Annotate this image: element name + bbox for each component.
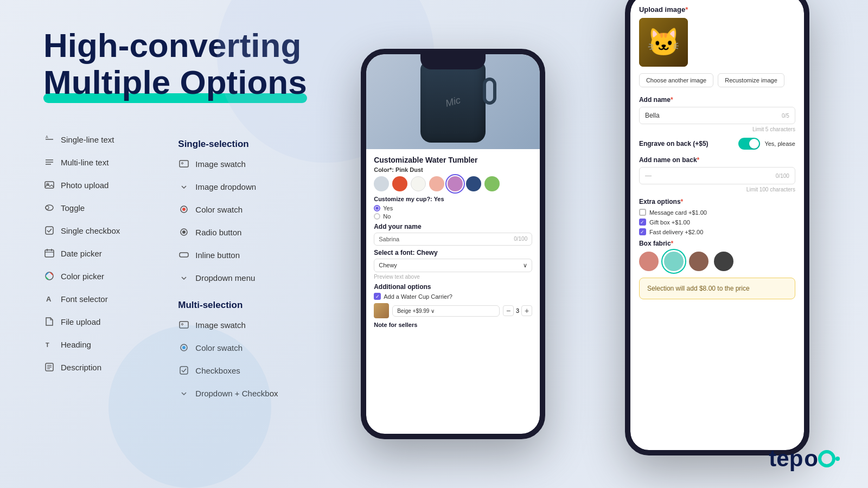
main-layout: High-converting Multiple Options A Singl… — [0, 0, 868, 488]
option3-checkbox[interactable]: ✓ — [639, 228, 646, 235]
box-fabric-label: Box fabric* — [639, 240, 795, 247]
phone2-content: Upload image* 🐱 Choose another image Rec… — [630, 0, 804, 308]
extra-options-label: Extra options* — [639, 198, 795, 206]
option3-row[interactable]: ✓ Fast delivery +$2.00 — [639, 228, 795, 235]
feature-color-label: Color picker — [61, 272, 104, 281]
toggle-switch[interactable] — [738, 138, 760, 150]
single-line-icon: A — [43, 133, 55, 145]
toggle-group[interactable]: Yes, please — [738, 138, 795, 150]
multi-line-icon — [43, 156, 55, 168]
swatch-red[interactable] — [392, 176, 407, 191]
carrier-select[interactable]: Beige +$9.99 ∨ — [392, 305, 500, 317]
option1-checkbox[interactable] — [639, 209, 646, 216]
fabric-swatch-brown[interactable] — [689, 252, 709, 271]
tumbler-text: Mic — [444, 94, 462, 110]
feature-font: A Font selector — [43, 287, 178, 310]
toggle-icon — [43, 202, 55, 214]
choose-another-button[interactable]: Choose another image — [639, 73, 713, 87]
feature-toggle-label: Toggle — [61, 203, 85, 213]
option2-checkbox[interactable]: ✓ — [639, 219, 646, 226]
option1-row[interactable]: Message card +$1.00 — [639, 209, 795, 216]
swatch-purple[interactable] — [448, 176, 463, 191]
radio-no-dot[interactable] — [374, 213, 380, 220]
feature-color: Color picker — [43, 265, 178, 287]
swatch-green[interactable] — [484, 176, 500, 191]
date-icon — [43, 247, 55, 259]
image-buttons: Choose another image Recustomize image — [639, 73, 795, 87]
inline-button-icon — [178, 249, 190, 261]
add-name-field[interactable]: Bella 0/5 — [639, 107, 795, 124]
cat-image: 🐱 — [639, 18, 688, 67]
swatch-navy[interactable] — [466, 176, 481, 191]
phone-mockup-1: Mic Customizable Water Tumbler Color*: P… — [361, 49, 545, 439]
name-counter: 0/100 — [514, 236, 527, 242]
svg-text:A: A — [46, 135, 48, 139]
single-inline-label: Inline button — [195, 251, 240, 260]
recustomize-button[interactable]: Recustomize image — [718, 73, 784, 87]
additional-options-header: Additional options — [374, 283, 532, 291]
option2-row[interactable]: ✓ Gift box +$1.00 — [639, 219, 795, 226]
dropdown-menu-icon — [178, 272, 190, 284]
preview-text: Preview text above — [374, 274, 532, 280]
single-color-swatch-label: Color swatch — [195, 205, 242, 214]
color-swatches[interactable] — [374, 176, 532, 191]
logo-dot — [835, 457, 840, 461]
file-icon — [43, 316, 55, 328]
radio-yes-dot[interactable] — [374, 205, 380, 211]
fabric-swatch-pink[interactable] — [639, 252, 659, 271]
svg-rect-27 — [180, 253, 188, 257]
color-picker-icon — [43, 270, 55, 282]
qty-plus[interactable]: + — [521, 305, 532, 316]
swatch-gray[interactable] — [374, 176, 389, 191]
radio-no[interactable]: No — [374, 213, 532, 220]
single-dropdown-label: Dropdown menu — [195, 273, 255, 282]
tumbler-handle — [483, 78, 496, 105]
tumbler-visual: Mic — [420, 61, 486, 143]
upload-image-box: 🐱 — [639, 18, 688, 67]
feature-date-label: Date picker — [61, 249, 102, 258]
feature-date: Date picker — [43, 242, 178, 265]
feature-photo-label: Photo upload — [61, 181, 108, 190]
description-icon — [43, 361, 55, 373]
cat-emoji: 🐱 — [647, 29, 680, 56]
upload-required: * — [685, 5, 688, 14]
svg-text:T: T — [46, 342, 49, 348]
svg-point-7 — [46, 205, 53, 210]
feature-photo: Photo upload — [43, 174, 178, 196]
tepo-o1: o — [804, 446, 818, 472]
qty-minus[interactable]: − — [503, 305, 514, 316]
svg-text:A: A — [46, 295, 52, 303]
swatch-white[interactable] — [411, 176, 426, 191]
name-input-phone[interactable]: Sabrina 0/100 — [374, 233, 532, 246]
toggle-text: Yes, please — [764, 140, 795, 147]
feature-single-line: A Single-line text — [43, 128, 178, 151]
add-name-back-field[interactable]: — 0/100 — [639, 167, 795, 184]
middle-section: Mic Customizable Water Tumbler Color*: P… — [340, 0, 566, 488]
right-section: Upload image* 🐱 Choose another image Rec… — [566, 0, 868, 488]
tepo-o2 — [818, 450, 835, 467]
feature-description-label: Description — [61, 363, 101, 372]
fabric-swatches[interactable] — [639, 252, 795, 271]
phone-notch-1 — [420, 54, 486, 69]
heading-icon: T — [43, 338, 55, 350]
carrier-checkbox-row[interactable]: ✓ Add a Water Cup Carrier? — [374, 293, 532, 300]
image-dropdown-icon — [178, 181, 190, 192]
color-swatch-icon — [178, 203, 190, 215]
svg-point-8 — [46, 206, 49, 209]
fabric-swatch-dark[interactable] — [714, 252, 733, 271]
toggle-row: Engrave on back (+$5) Yes, please — [639, 138, 795, 150]
name-char-count: 0/5 — [782, 113, 789, 119]
font-select-phone[interactable]: Chewy ∨ — [374, 259, 532, 272]
name-section-header: Add your name — [374, 223, 532, 230]
fabric-swatch-teal[interactable] — [664, 252, 684, 271]
carrier-checkbox[interactable]: ✓ — [374, 293, 381, 300]
radio-yes[interactable]: Yes — [374, 205, 532, 211]
swatch-pink[interactable] — [429, 176, 444, 191]
add-name-label: Add name* — [639, 96, 795, 104]
name-char-limit: Limit 5 characters — [639, 126, 795, 132]
checkbox-icon — [43, 224, 55, 236]
color-label: Color*: Pink Dust — [374, 166, 532, 173]
feature-checkbox: Single checkbox — [43, 219, 178, 242]
customize-row: Customize my cup?: Yes — [374, 196, 532, 202]
svg-point-24 — [182, 208, 186, 211]
